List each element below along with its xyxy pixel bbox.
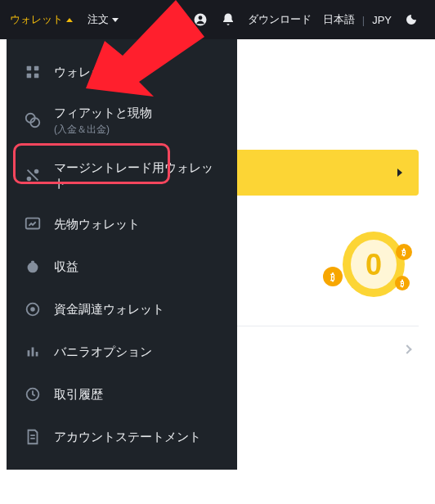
svg-point-10 — [198, 16, 202, 20]
menu-wallet-overview[interactable]: ウォレット概要 — [7, 51, 237, 93]
nav-wallet[interactable]: ウォレット — [10, 12, 73, 27]
menu-label: アカウントステートメント — [54, 429, 201, 445]
svg-text:0: 0 — [365, 248, 382, 281]
svg-point-17 — [27, 177, 32, 182]
nav-download[interactable]: ダウンロード — [248, 12, 312, 27]
menu-label: フィアットと現物 — [54, 105, 152, 121]
menu-label: マージントレード用ウォレット — [54, 160, 221, 191]
svg-point-23 — [30, 307, 35, 312]
svg-text:₿: ₿ — [400, 279, 404, 288]
menu-transaction-history[interactable]: 取引履歴 — [7, 373, 237, 416]
nav-orders[interactable]: 注文 — [87, 12, 119, 27]
promo-image: 0 ₿ ₿ ₿ — [312, 227, 419, 301]
svg-rect-12 — [34, 66, 39, 71]
menu-funding[interactable]: 資金調達ウォレット — [7, 288, 237, 331]
earn-icon — [23, 257, 43, 277]
chevron-right-icon — [397, 169, 402, 177]
theme-toggle-icon[interactable] — [403, 11, 419, 28]
svg-text:₿: ₿ — [330, 272, 335, 282]
menu-margin[interactable]: マージントレード用ウォレット — [7, 148, 237, 203]
svg-rect-13 — [27, 74, 32, 79]
history-icon — [23, 385, 43, 404]
fiat-spot-icon — [23, 110, 43, 130]
margin-icon — [23, 165, 43, 185]
nav-wallet-label: ウォレット — [10, 12, 63, 27]
svg-rect-25 — [32, 347, 34, 356]
menu-account-statement[interactable]: アカウントステートメント — [7, 416, 237, 458]
vanilla-icon — [23, 342, 43, 362]
nav-currency[interactable]: JPY — [372, 14, 392, 26]
menu-label: バニラオプション — [54, 344, 152, 360]
funding-icon — [23, 299, 43, 319]
statement-icon — [23, 427, 43, 447]
menu-earn[interactable]: 収益 — [7, 245, 237, 288]
notification-bell-icon[interactable] — [220, 11, 236, 28]
svg-point-20 — [28, 262, 38, 272]
svg-point-18 — [34, 169, 39, 174]
svg-rect-26 — [36, 352, 38, 357]
overview-icon — [23, 62, 43, 82]
svg-rect-11 — [27, 66, 32, 71]
svg-rect-21 — [31, 260, 34, 263]
wallet-dropdown: ウォレット概要 フィアットと現物 (入金＆出金) マージントレード用ウォレット … — [7, 39, 237, 470]
chevron-right-icon — [402, 344, 411, 353]
menu-futures[interactable]: 先物ウォレット — [7, 203, 237, 245]
divider: | — [362, 14, 365, 26]
caret-down-icon — [112, 18, 119, 22]
futures-icon — [23, 214, 43, 234]
menu-label: 収益 — [54, 259, 78, 275]
menu-label: 先物ウォレット — [54, 216, 140, 232]
svg-rect-14 — [34, 74, 39, 79]
menu-fiat-spot[interactable]: フィアットと現物 (入金＆出金) — [7, 93, 237, 148]
nav-orders-label: 注文 — [87, 12, 109, 27]
caret-up-icon — [66, 18, 73, 22]
nav-language[interactable]: 日本語 — [323, 12, 355, 27]
menu-label: 資金調達ウォレット — [54, 301, 164, 317]
top-navigation: ウォレット 注文 ダウンロード 日本語 | JPY — [0, 0, 435, 39]
account-icon[interactable] — [192, 11, 209, 28]
svg-rect-19 — [26, 218, 40, 228]
menu-sublabel: (入金＆出金) — [54, 123, 152, 137]
svg-text:₿: ₿ — [401, 248, 406, 257]
menu-label: 取引履歴 — [54, 386, 103, 403]
menu-label: ウォレット概要 — [54, 64, 140, 80]
menu-vanilla-options[interactable]: バニラオプション — [7, 331, 237, 373]
svg-rect-24 — [28, 350, 30, 356]
